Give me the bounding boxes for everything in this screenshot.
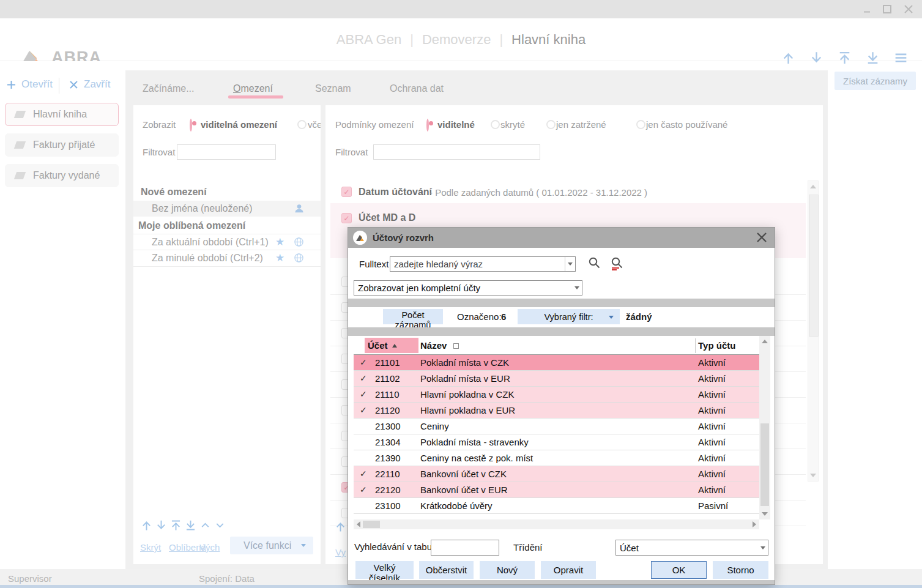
fulltext-search-icon[interactable]	[611, 256, 624, 270]
restriction-item-unsaved[interactable]: Bez jména (neuložené)	[133, 201, 321, 217]
table-row[interactable]: ✓22120Bankovní účet v EURAktivní	[354, 482, 759, 498]
collapse-icon[interactable]	[199, 519, 212, 532]
favorite-restriction-current[interactable]: Za aktuální období (Ctrl+1) ★	[133, 234, 321, 250]
table-vertical-scrollbar[interactable]	[759, 336, 770, 519]
table-row[interactable]: 21304Pokladní místa - stravenkyAktivní	[354, 434, 759, 450]
column-header-name[interactable]: Název	[420, 340, 459, 351]
menu-icon[interactable]	[893, 50, 909, 65]
tab-seznam[interactable]: Seznam	[315, 83, 351, 94]
star-icon[interactable]: ★	[275, 236, 284, 248]
ok-button[interactable]: OK	[651, 561, 707, 579]
scroll-up-icon[interactable]	[808, 182, 818, 192]
radio-conditions-visible[interactable]	[426, 119, 429, 132]
combo-dropdown-button[interactable]	[758, 540, 768, 555]
scroll-right-icon[interactable]	[749, 519, 759, 529]
star-icon[interactable]: ★	[275, 251, 284, 264]
radio-including-hidden-label[interactable]: včetn	[308, 119, 321, 130]
move-bottom-icon[interactable]	[184, 519, 197, 532]
table-row[interactable]: ✓21120Hlavní pokladna v EURAktivní	[354, 403, 759, 419]
sidebar-item-faktury-prijate[interactable]: Faktury přijaté	[5, 133, 119, 157]
column-header-type[interactable]: Typ účtu	[698, 340, 735, 351]
table-row[interactable]: ✓22110Bankovní účet v CZKAktivní	[354, 466, 759, 482]
minimize-icon[interactable]	[861, 3, 874, 15]
favorite-restriction-previous[interactable]: Za minulé období (Ctrl+2) ★	[133, 250, 321, 267]
selected-filter-combo[interactable]: Vybraný filtr:	[518, 309, 620, 324]
new-button[interactable]: Nový	[480, 561, 535, 579]
move-up-icon[interactable]	[334, 520, 347, 533]
radio-conditions-hidden[interactable]	[491, 120, 500, 129]
radio-visible-restrictions[interactable]	[190, 119, 192, 132]
expand-icon[interactable]	[214, 519, 226, 532]
arrow-top-icon[interactable]	[837, 50, 852, 65]
move-down-icon[interactable]	[155, 519, 168, 532]
arrow-bottom-icon[interactable]	[865, 50, 880, 65]
arrow-down-icon[interactable]	[809, 50, 824, 65]
combo-dropdown-button[interactable]	[572, 281, 582, 295]
tab-omezeni[interactable]: Omezení	[233, 83, 273, 94]
radio-including-hidden[interactable]	[297, 120, 307, 129]
table-row[interactable]: ✓21110Hlavní pokladna v CZKAktivní	[354, 387, 759, 403]
fulltext-label: Fulltext	[359, 259, 389, 269]
radio-visible-restrictions-label[interactable]: viditelná omezení	[201, 119, 277, 130]
scroll-down-icon[interactable]	[760, 509, 770, 519]
display-mode-combo[interactable]: Zobrazovat jen kompletní účty	[354, 280, 582, 296]
open-book-button[interactable]: Otevřít	[6, 78, 53, 91]
scroll-left-icon[interactable]	[354, 519, 363, 529]
table-row[interactable]: 21300CeninyAktivní	[354, 419, 759, 434]
scrollbar-thumb[interactable]	[809, 195, 819, 337]
move-up-icon[interactable]	[140, 519, 153, 532]
table-row[interactable]: ✓21102Pokladní místa v EURAktivní	[354, 371, 759, 387]
record-count-button[interactable]: Počet záznamů	[383, 309, 443, 324]
radio-conditions-frequent-label[interactable]: jen často používané	[646, 119, 727, 130]
more-functions-button[interactable]: Více funkci	[230, 537, 313, 554]
table-row[interactable]: ✓21101Pokladní místa v CZKAktivní	[354, 355, 759, 371]
table-search-input[interactable]	[431, 540, 499, 556]
radio-conditions-frequent[interactable]	[636, 120, 645, 129]
sidebar-item-faktury-vydane[interactable]: Faktury vydané	[5, 164, 119, 187]
conditions-filter-input[interactable]	[373, 144, 540, 160]
fulltext-input[interactable]	[390, 258, 565, 270]
cancel-button[interactable]: Storno	[713, 561, 768, 579]
globe-icon[interactable]	[294, 253, 304, 263]
table-horizontal-scrollbar[interactable]	[354, 519, 759, 529]
condition-checkbox[interactable]: ✓	[341, 187, 352, 197]
scrollbar-thumb[interactable]	[363, 521, 380, 528]
condition-checkbox[interactable]: ✓	[341, 213, 352, 223]
sort-combo[interactable]: Účet	[615, 540, 768, 556]
table-row[interactable]: 21390Ceniny na cestě z pok. místAktivní	[354, 450, 759, 466]
restrictions-filter-input[interactable]	[177, 144, 276, 160]
move-top-icon[interactable]	[169, 519, 182, 532]
dialog-titlebar[interactable]: Účtový rozvrh	[348, 228, 775, 248]
radio-conditions-checked[interactable]	[546, 120, 556, 129]
close-book-button[interactable]: Zavřít	[69, 78, 110, 91]
fulltext-combo[interactable]	[390, 256, 576, 272]
get-records-button[interactable]: Získat záznamy	[835, 72, 916, 90]
combo-dropdown-button[interactable]	[565, 257, 575, 271]
tab-zaciname[interactable]: Začínáme...	[143, 83, 194, 94]
dialog-close-icon[interactable]	[755, 231, 768, 244]
big-catalog-button[interactable]: Velký číselník	[355, 561, 414, 579]
scroll-down-icon[interactable]	[808, 471, 818, 480]
table-row[interactable]: 23100Krátkodobé úvěryPasivní	[354, 498, 759, 514]
scrollbar-thumb[interactable]	[760, 423, 769, 506]
hide-link[interactable]: Skrýt	[140, 542, 161, 553]
condition-row-datum-uctovani[interactable]: ✓ Datum účtování - Podle zadaných datumů…	[330, 184, 806, 202]
radio-conditions-hidden-label[interactable]: skryté	[500, 119, 525, 130]
conditions-scrollbar[interactable]	[808, 180, 819, 482]
radio-conditions-checked-label[interactable]: jen zatržené	[556, 119, 606, 130]
sidebar-item-hlavni-kniha[interactable]: Hlavní kniha	[5, 103, 119, 126]
default-link[interactable]: Vých	[199, 542, 220, 553]
tab-ochrana-dat[interactable]: Ochrana dat	[390, 83, 444, 94]
refresh-button[interactable]: Občerstvit	[419, 561, 474, 579]
radio-conditions-visible-label[interactable]: viditelné	[437, 119, 475, 130]
edit-button[interactable]: Opravit	[541, 561, 596, 579]
search-link-partial[interactable]: Vy	[335, 547, 346, 557]
maximize-icon[interactable]	[881, 3, 893, 15]
arrow-up-icon[interactable]	[781, 50, 796, 65]
scroll-up-icon[interactable]	[760, 337, 770, 346]
search-icon[interactable]	[588, 256, 601, 270]
globe-icon[interactable]	[294, 237, 304, 247]
column-header-account[interactable]: Účet	[365, 338, 418, 353]
window-bottom-edge	[0, 585, 922, 588]
close-icon[interactable]	[902, 3, 915, 15]
